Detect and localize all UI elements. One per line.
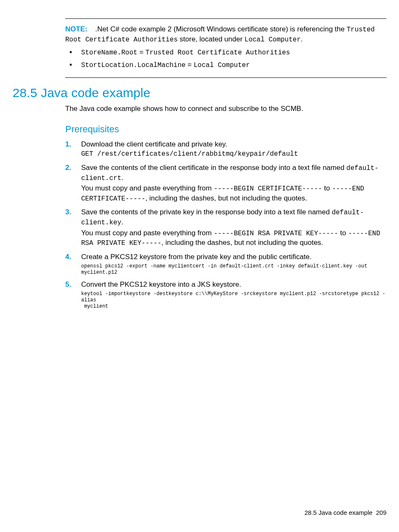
note-paragraph: NOTE: .Net C# code example 2 (Microsoft …	[65, 25, 386, 44]
bullet-code-rhs: Local Computer	[194, 62, 250, 69]
step-text: Convert the PKCS12 keystore into a JKS k…	[81, 280, 386, 290]
prerequisites-list: Download the client certificate and priv…	[65, 140, 386, 310]
step-command: GET /rest/certificates/client/rabbitmq/k…	[81, 150, 386, 159]
note-bullet-item: StoreName.Root = Trusted Root Certificat…	[65, 48, 386, 58]
step-text: Save the contents of the private key in …	[81, 208, 386, 227]
step-1: Download the client certificate and priv…	[65, 140, 386, 159]
step-text: Download the client certificate and priv…	[81, 140, 386, 149]
step-2: Save the contents of the client certific…	[65, 163, 386, 203]
note-label: NOTE:	[65, 25, 87, 33]
footer-section-title: 28.5 Java code example	[304, 509, 373, 516]
note-text-a: .Net C# code example 2 (Microsoft Window…	[95, 25, 347, 33]
note-bullet-item: StortLocation.LocalMachine = Local Compu…	[65, 60, 386, 70]
note-bullet-list: StoreName.Root = Trusted Root Certificat…	[65, 48, 386, 70]
step-note: You must copy and paste everything from …	[81, 184, 386, 203]
step-3: Save the contents of the private key in …	[65, 208, 386, 248]
bullet-eq: =	[137, 48, 145, 56]
footer-page-number: 209	[376, 509, 386, 516]
bullet-code-lhs: StoreName.Root	[81, 49, 137, 57]
prerequisites-heading: Prerequisites	[65, 123, 386, 136]
note-text-e: .	[301, 35, 303, 43]
note-code-b: Local Computer	[245, 36, 301, 44]
step-command: keytool -importkeystore -destkeystore c:…	[81, 291, 386, 310]
section-intro: The Java code example shows how to conne…	[65, 104, 386, 114]
note-box: NOTE: .Net C# code example 2 (Microsoft …	[65, 18, 386, 78]
step-text: Create a PKCS12 keystore from the privat…	[81, 252, 386, 262]
section-heading: 28.5 Java code example	[13, 85, 386, 102]
step-4: Create a PKCS12 keystore from the privat…	[65, 252, 386, 276]
page: NOTE: .Net C# code example 2 (Microsoft …	[0, 0, 399, 532]
step-command: openssl pkcs12 -export -name myclientcer…	[81, 263, 386, 276]
bullet-eq: =	[186, 61, 194, 69]
note-text-c: store, located under	[178, 35, 245, 43]
bullet-code-rhs: Trusted Root Certificate Authorities	[146, 49, 290, 57]
step-code-begin: -----BEGIN CERTIFICATE-----	[214, 185, 322, 193]
step-note: You must copy and paste everything from …	[81, 229, 386, 248]
step-text: Save the contents of the client certific…	[81, 163, 386, 183]
bullet-code-lhs: StortLocation.LocalMachine	[81, 62, 186, 69]
content-column: NOTE: .Net C# code example 2 (Microsoft …	[65, 18, 386, 310]
page-footer: 28.5 Java code example 209	[304, 509, 386, 517]
step-5: Convert the PKCS12 keystore into a JKS k…	[65, 280, 386, 310]
step-code-begin: -----BEGIN RSA PRIVATE KEY-----	[214, 230, 338, 237]
